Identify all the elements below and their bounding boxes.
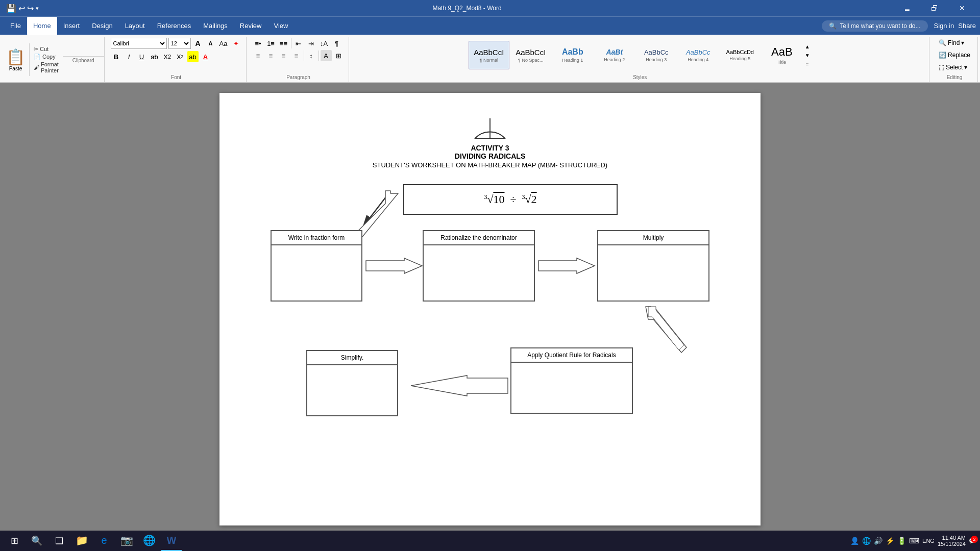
taskbar-right-area: 👤 🌐 🔊 ⚡ 🔋 ⌨ ENG 11:40 AM 15/11/2024 💬 2	[850, 535, 976, 547]
sort-button[interactable]: ↕A	[318, 38, 330, 49]
clock[interactable]: 11:40 AM 15/11/2024	[938, 535, 966, 547]
style-heading3[interactable]: AaBbCc Heading 3	[636, 41, 677, 69]
justify-button[interactable]: ≡	[291, 50, 302, 61]
close-button[interactable]: ✕	[950, 0, 974, 16]
italic-button[interactable]: I	[124, 51, 135, 62]
styles-more[interactable]: ≡	[803, 60, 812, 68]
line-spacing-button[interactable]: ↕	[306, 50, 317, 61]
menu-review[interactable]: Review	[234, 17, 268, 35]
notification-area[interactable]: 💬 2	[969, 538, 976, 544]
bluetooth-icon[interactable]: ⚡	[886, 537, 894, 545]
battery-icon[interactable]: 🔋	[897, 537, 906, 545]
style-heading1[interactable]: AaBb Heading 1	[552, 41, 593, 69]
save-button[interactable]: 💾	[6, 4, 16, 13]
document-page[interactable]: ACTIVITY 3 DIVIDING RADICALS STUDENT'S W…	[219, 93, 761, 525]
styles-label: Styles	[633, 73, 647, 81]
start-button[interactable]: ⊞	[4, 531, 24, 551]
restore-button[interactable]: 🗗	[923, 0, 946, 16]
style-heading5[interactable]: AaBbCcDd Heading 5	[720, 41, 761, 69]
task-view-button[interactable]: ❑	[49, 531, 69, 551]
chrome-icon: 🌐	[143, 534, 156, 546]
change-case-button[interactable]: Aa	[218, 38, 229, 49]
taskbar-edge[interactable]: e	[94, 531, 114, 551]
cut-button[interactable]: ✂Cut	[33, 45, 60, 53]
align-left-button[interactable]: ≡	[253, 50, 264, 61]
minimize-button[interactable]: 🗕	[895, 0, 919, 16]
select-button[interactable]: ⬚ Select ▾	[936, 62, 970, 72]
font-color-button[interactable]: A	[200, 51, 211, 62]
bold-button[interactable]: B	[111, 51, 122, 62]
align-right-button[interactable]: ≡	[278, 50, 289, 61]
menu-view[interactable]: View	[267, 17, 294, 35]
sign-in-button[interactable]: Sign in	[934, 22, 954, 30]
font-size-select[interactable]: 12	[168, 38, 191, 49]
task-view-icon: ❑	[55, 535, 63, 546]
styles-scroll: ▲ ▼ ≡	[803, 42, 812, 68]
taskbar-word[interactable]: W	[161, 531, 182, 551]
menu-layout[interactable]: Layout	[119, 17, 151, 35]
font-group: Calibri 12 A A Aa ✦ B I U ab X2 X2	[107, 37, 247, 82]
flowchart: Write in fraction form Rationalize the d…	[260, 225, 720, 480]
styles-scroll-up[interactable]: ▲	[803, 42, 812, 51]
style-title[interactable]: AaB Title	[762, 41, 802, 69]
quotient-box-body	[511, 363, 632, 404]
redo-button[interactable]: ↪	[27, 4, 34, 13]
multiply-box-header: Multiply	[598, 231, 708, 245]
increase-indent-button[interactable]: ⇥	[306, 38, 317, 49]
clear-format-button[interactable]: ✦	[231, 38, 242, 49]
font-shrink-button[interactable]: A	[205, 38, 216, 49]
align-center-button[interactable]: ≡	[265, 50, 277, 61]
math-expression-container: 3√10 ÷ 3√2	[260, 184, 720, 215]
flow-box-fraction: Write in fraction form	[271, 230, 362, 302]
menu-references[interactable]: References	[151, 17, 197, 35]
format-painter-button[interactable]: 🖌Format Painter	[33, 61, 60, 74]
taskbar-chrome[interactable]: 🌐	[139, 531, 159, 551]
search-button[interactable]: 🔍	[27, 531, 47, 551]
menu-file[interactable]: File	[4, 17, 27, 35]
multiply-box-body	[598, 245, 708, 286]
replace-button[interactable]: 🔄 Replace	[936, 50, 973, 60]
volume-icon[interactable]: 🔊	[874, 537, 883, 545]
flow-box-simplify: Simplify.	[306, 350, 398, 416]
menu-design[interactable]: Design	[86, 17, 118, 35]
show-hide-button[interactable]: ¶	[331, 38, 342, 49]
keyboard-icon[interactable]: ⌨	[909, 537, 919, 545]
font-grow-button[interactable]: A	[192, 38, 204, 49]
superscript-button[interactable]: X2	[175, 51, 186, 62]
shading-button[interactable]: A	[321, 50, 332, 61]
menu-insert[interactable]: Insert	[57, 17, 86, 35]
style-heading4[interactable]: AaBbCc Heading 4	[678, 41, 719, 69]
font-name-select[interactable]: Calibri	[111, 38, 167, 49]
network-icon[interactable]: 🌐	[862, 537, 871, 545]
strikethrough-button[interactable]: ab	[149, 51, 160, 62]
multilevel-button[interactable]: ≡≡	[278, 38, 289, 49]
share-button[interactable]: Share	[958, 22, 976, 30]
underline-button[interactable]: U	[136, 51, 148, 62]
paste-button[interactable]: 📋 Paste	[2, 43, 30, 76]
styles-scroll-down[interactable]: ▼	[803, 51, 812, 59]
menu-mailings[interactable]: Mailings	[197, 17, 234, 35]
paragraph-label: Paragraph	[286, 73, 310, 81]
find-button[interactable]: 🔍 Find ▾	[936, 38, 967, 48]
undo-button[interactable]: ↩	[18, 4, 25, 13]
people-icon[interactable]: 👤	[850, 537, 859, 545]
style-no-spacing[interactable]: AaBbCcI ¶ No Spac...	[510, 41, 551, 69]
taskbar-file-explorer[interactable]: 📁	[71, 531, 92, 551]
numbering-button[interactable]: 1≡	[265, 38, 277, 49]
style-heading2[interactable]: AaBt Heading 2	[594, 41, 635, 69]
tell-me-input[interactable]: 🔍 Tell me what you want to do...	[822, 20, 927, 32]
rationalize-box-body	[424, 245, 534, 286]
style-normal[interactable]: AaBbCcI ¶ Normal	[469, 41, 509, 69]
styles-group: AaBbCcI ¶ Normal AaBbCcI ¶ No Spac... Aa…	[351, 37, 929, 82]
text-highlight-button[interactable]: ab	[187, 51, 199, 62]
decrease-indent-button[interactable]: ⇤	[293, 38, 304, 49]
paragraph-group: ≡• 1≡ ≡≡ ⇤ ⇥ ↕A ¶ ≡ ≡ ≡ ≡ ↕ A	[249, 37, 349, 82]
taskbar-camera[interactable]: 📷	[116, 531, 137, 551]
bullets-button[interactable]: ≡•	[253, 38, 264, 49]
subscript-button[interactable]: X2	[162, 51, 173, 62]
editing-group: 🔍 Find ▾ 🔄 Replace ⬚ Select ▾ Editing	[932, 37, 978, 82]
borders-button[interactable]: ⊞	[333, 50, 345, 61]
menu-home[interactable]: Home	[27, 17, 57, 35]
svg-marker-9	[648, 307, 684, 350]
copy-button[interactable]: 📄Copy	[33, 53, 60, 61]
